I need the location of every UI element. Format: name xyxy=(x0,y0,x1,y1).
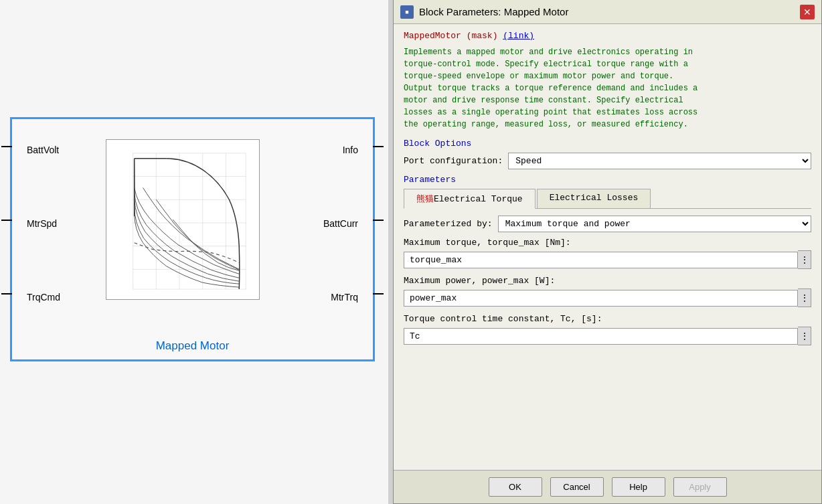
description-text: Implements a mapped motor and drive elec… xyxy=(404,46,811,131)
simulink-canvas: BattVolt MtrSpd TrqCmd Info BattCurr Mtr… xyxy=(0,0,388,504)
battcurr-port-label: BattCurr xyxy=(323,218,358,229)
max-torque-input[interactable] xyxy=(404,252,798,268)
tab-electrical-torque-label: Electrical Torque xyxy=(434,194,523,204)
trqcmd-port-label: TrqCmd xyxy=(27,292,60,303)
info-port-label: Info xyxy=(343,145,358,155)
mask-paren-text: (mask) xyxy=(467,31,498,41)
info-port-arrow xyxy=(373,146,384,147)
tab-electrical-torque[interactable]: 熊猫Electrical Torque xyxy=(404,189,536,209)
block-parameters-dialog: ■ Block Parameters: Mapped Motor ✕ Mappe… xyxy=(393,0,822,504)
max-power-input[interactable] xyxy=(404,290,798,307)
parameterized-by-select[interactable]: Maximum torque and powerTorque-speed env… xyxy=(498,216,811,232)
trqcmd-port-arrow xyxy=(1,293,12,295)
tab-electrical-losses[interactable]: Electrical Losses xyxy=(537,189,651,208)
mtrtrq-port-arrow xyxy=(373,293,384,295)
max-torque-input-row: ⋮ xyxy=(404,250,811,269)
dialog-body: MappedMotor (mask) (link) Implements a m… xyxy=(394,24,821,470)
max-torque-field-row: Maximum torque, torque_max [Nm]: ⋮ xyxy=(404,238,811,269)
max-power-menu-btn[interactable]: ⋮ xyxy=(798,288,811,307)
mask-link-text[interactable]: (link) xyxy=(503,31,534,41)
parameterized-by-row: Parameterized by: Maximum torque and pow… xyxy=(404,216,811,232)
block-title: Mapped Motor xyxy=(12,339,373,353)
dialog-title: Block Parameters: Mapped Motor xyxy=(419,6,568,17)
torque-tc-field-row: Torque control time constant, Tc, [s]: ⋮ xyxy=(404,314,811,345)
cancel-button[interactable]: Cancel xyxy=(550,477,604,497)
max-torque-label: Maximum torque, torque_max [Nm]: xyxy=(404,238,811,248)
dialog-footer: OK Cancel Help Apply xyxy=(394,470,821,503)
ok-button[interactable]: OK xyxy=(489,477,542,497)
dialog-titlebar: ■ Block Parameters: Mapped Motor ✕ xyxy=(394,0,821,24)
max-torque-menu-btn[interactable]: ⋮ xyxy=(798,250,811,269)
battvolt-port-label: BattVolt xyxy=(27,145,59,155)
apply-button[interactable]: Apply xyxy=(673,477,727,497)
mask-line: MappedMotor (mask) (link) xyxy=(404,31,811,41)
help-button[interactable]: Help xyxy=(612,477,665,497)
parameters-header: Parameters xyxy=(404,175,811,185)
torque-tc-input[interactable] xyxy=(404,328,798,345)
mtrspd-port-arrow xyxy=(1,220,12,221)
block-options-header: Block Options xyxy=(404,139,811,149)
parameters-tabs: 熊猫Electrical Torque Electrical Losses xyxy=(404,189,811,209)
max-power-input-row: ⋮ xyxy=(404,288,811,307)
max-power-label: Maximum power, power_max [W]: xyxy=(404,276,811,286)
port-config-label: Port configuration: xyxy=(404,156,503,166)
dialog-title-section: ■ Block Parameters: Mapped Motor xyxy=(400,5,568,19)
mapped-motor-block[interactable]: BattVolt MtrSpd TrqCmd Info BattCurr Mtr… xyxy=(10,117,375,361)
battvolt-port-arrow xyxy=(1,146,12,147)
mask-text: MappedMotor xyxy=(404,31,461,41)
max-power-field-row: Maximum power, power_max [W]: ⋮ xyxy=(404,276,811,307)
port-config-row: Port configuration: SpeedTorqueSpeed and… xyxy=(404,153,811,169)
port-config-select[interactable]: SpeedTorqueSpeed and Torque xyxy=(508,153,811,169)
parameterized-by-label: Parameterized by: xyxy=(404,219,493,229)
close-button[interactable]: ✕ xyxy=(800,5,815,19)
battcurr-port-arrow xyxy=(373,220,384,221)
torque-tc-menu-btn[interactable]: ⋮ xyxy=(798,327,811,345)
dialog-icon: ■ xyxy=(400,5,414,19)
mtrtrq-port-label: MtrTrq xyxy=(331,292,358,303)
motor-diagram xyxy=(106,139,260,300)
mtrspd-port-label: MtrSpd xyxy=(27,218,57,229)
torque-tc-input-row: ⋮ xyxy=(404,327,811,345)
torque-tc-label: Torque control time constant, Tc, [s]: xyxy=(404,314,811,324)
